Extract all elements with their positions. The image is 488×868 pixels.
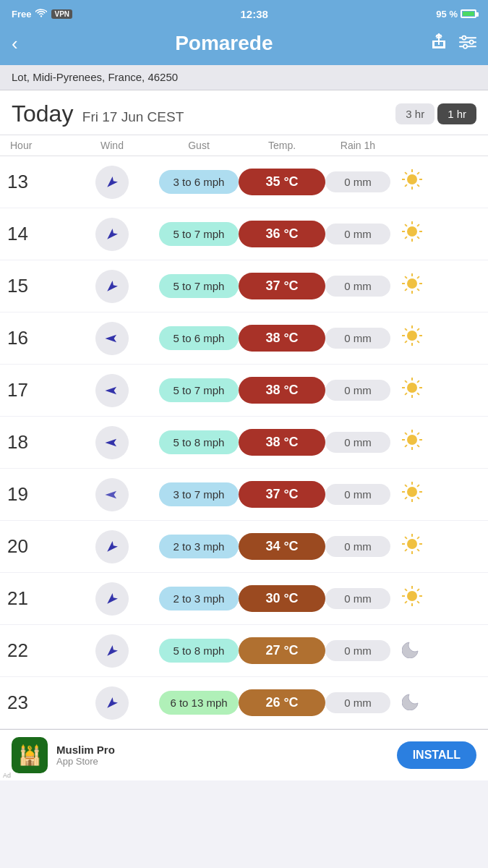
svg-line-91	[405, 549, 407, 551]
hour-number: 23	[7, 692, 65, 714]
3hr-button[interactable]: 3 hr	[395, 103, 435, 124]
weather-condition-icon	[390, 221, 434, 247]
svg-point-23	[407, 226, 417, 237]
weather-condition-icon	[390, 429, 434, 456]
carrier-label: Free	[12, 9, 31, 20]
svg-line-21	[405, 184, 407, 187]
temperature: 38 °C	[239, 429, 325, 456]
table-row: 21 2 to 3 mph 30 °C 0 mm	[0, 573, 488, 625]
weather-condition-icon	[390, 169, 434, 195]
table-row: 19 3 to 7 mph 37 °C 0 mm	[0, 469, 488, 521]
hour-number: 14	[7, 223, 65, 245]
weather-condition-icon	[390, 638, 434, 663]
rain-amount: 0 mm	[325, 432, 390, 453]
col-hour: Hour	[7, 140, 65, 151]
svg-point-73	[407, 487, 417, 497]
svg-marker-92	[105, 593, 118, 606]
hour-number: 17	[7, 379, 65, 401]
svg-point-9	[462, 36, 466, 40]
svg-line-41	[405, 289, 407, 291]
svg-line-101	[405, 601, 407, 603]
svg-line-89	[417, 549, 419, 551]
temperature: 38 °C	[239, 377, 325, 404]
svg-line-60	[417, 380, 419, 383]
svg-line-49	[417, 341, 419, 343]
today-label: Today	[12, 101, 73, 127]
1hr-button[interactable]: 1 hr	[437, 103, 476, 124]
wind-speed: 6 to 13 mph	[159, 691, 239, 715]
wind-arrow-circle	[95, 530, 129, 563]
weather-condition-icon	[390, 273, 434, 299]
table-row: 23 6 to 13 mph 26 °C 0 mm	[0, 677, 488, 729]
hour-number: 22	[7, 639, 65, 662]
wind-arrow-icon	[103, 225, 121, 244]
col-temp: Temp.	[239, 140, 325, 151]
wind-direction	[65, 634, 159, 668]
table-row: 18 5 to 8 mph 38 °C 0 mm	[0, 417, 488, 469]
battery-percent: 95 %	[436, 9, 458, 20]
col-rain: Rain 1h	[325, 140, 390, 151]
wind-arrow-icon	[103, 590, 121, 608]
wind-direction	[65, 166, 159, 199]
rain-amount: 0 mm	[325, 640, 390, 661]
svg-line-38	[405, 276, 407, 278]
svg-marker-62	[105, 438, 116, 446]
svg-line-71	[405, 445, 407, 447]
wind-speed: 2 to 3 mph	[159, 587, 239, 610]
table-row: 20 2 to 3 mph 34 °C 0 mm	[0, 521, 488, 573]
wind-arrow-circle	[95, 166, 129, 199]
temperature: 35 °C	[239, 169, 325, 195]
ad-disclosure: Ad	[0, 770, 14, 780]
time-toggle: 3 hr 1 hr	[395, 103, 476, 124]
wind-arrow-icon	[103, 694, 121, 712]
wind-speed: 5 to 6 mph	[159, 326, 239, 350]
svg-marker-82	[105, 541, 118, 554]
back-button[interactable]: ‹	[12, 33, 18, 55]
svg-marker-52	[105, 386, 116, 393]
ad-text: Muslim Pro App Store	[56, 744, 115, 767]
temperature: 37 °C	[239, 273, 325, 299]
settings-icon[interactable]	[459, 34, 476, 53]
rain-amount: 0 mm	[325, 276, 390, 297]
svg-point-13	[407, 174, 417, 184]
status-left: Free VPN	[12, 9, 72, 20]
svg-marker-32	[105, 281, 118, 294]
hour-number: 15	[7, 275, 65, 297]
wind-speed: 3 to 6 mph	[159, 170, 239, 194]
temperature: 34 °C	[239, 533, 325, 560]
location-text: Lot, Midi-Pyrenees, France, 46250	[12, 71, 178, 83]
svg-line-39	[417, 289, 419, 291]
svg-line-61	[405, 393, 407, 395]
hour-number: 13	[7, 171, 65, 193]
hour-number: 16	[7, 327, 65, 349]
svg-line-19	[417, 184, 419, 187]
svg-point-93	[407, 591, 417, 601]
table-row: 22 5 to 8 mph 27 °C 0 mm	[0, 625, 488, 677]
status-bar: Free VPN 12:38 95 %	[0, 0, 488, 26]
share-icon[interactable]	[430, 33, 448, 54]
rain-amount: 0 mm	[325, 536, 390, 557]
wind-arrow-circle	[95, 322, 129, 355]
wind-arrow-icon	[103, 381, 121, 400]
svg-marker-72	[105, 490, 116, 498]
temperature: 30 °C	[239, 585, 325, 612]
wind-arrow-circle	[95, 634, 129, 668]
wind-direction	[65, 322, 159, 355]
wind-arrow-icon	[103, 173, 121, 192]
wind-arrow-icon	[103, 642, 121, 660]
svg-point-83	[407, 539, 417, 549]
svg-point-33	[407, 278, 417, 289]
hour-number: 18	[7, 431, 65, 454]
svg-line-50	[417, 328, 419, 331]
svg-line-68	[405, 433, 407, 435]
svg-line-78	[405, 485, 407, 487]
ad-content: 🕌 Muslim Pro App Store	[12, 737, 115, 773]
svg-marker-103	[105, 697, 118, 710]
install-button[interactable]: INSTALL	[397, 741, 476, 769]
svg-marker-12	[105, 176, 118, 190]
svg-line-40	[417, 276, 419, 278]
svg-line-20	[417, 172, 419, 174]
wind-arrow-icon	[103, 277, 121, 296]
wind-speed: 3 to 7 mph	[159, 482, 239, 506]
temperature: 37 °C	[239, 481, 325, 508]
